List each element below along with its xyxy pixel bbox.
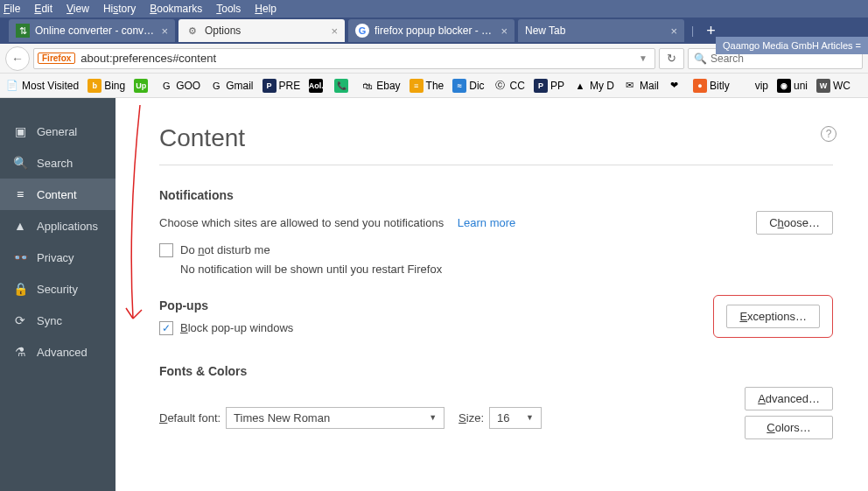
bookmark-label: Ebay [376, 80, 400, 92]
back-button[interactable]: ← [5, 46, 30, 71]
bookmark-item[interactable]: ▲My D [573, 79, 614, 93]
sidebar-item-applications[interactable]: ▲Applications [0, 210, 116, 242]
bookmark-label: Most Visited [22, 80, 79, 92]
url-dropdown-icon[interactable]: ▼ [635, 53, 651, 63]
sidebar-item-general[interactable]: ▣General [0, 116, 116, 147]
sidebar-item-search[interactable]: 🔍Search [0, 147, 116, 179]
bookmark-icon: G [159, 79, 173, 93]
bookmark-item[interactable]: ●Bitly [693, 79, 730, 93]
bookmark-icon: ◉ [777, 79, 791, 93]
bookmark-item[interactable]: GGmail [209, 79, 253, 93]
menu-view[interactable]: View [66, 3, 89, 15]
exceptions-button[interactable]: Exceptions… [726, 305, 820, 328]
sidebar-label: General [37, 125, 77, 138]
tab-close-icon[interactable]: × [161, 25, 168, 38]
sidebar-item-privacy[interactable]: 👓Privacy [0, 242, 116, 273]
sidebar-label: Advanced [37, 346, 88, 359]
default-font-select[interactable]: Times New Roman▼ [226, 407, 444, 429]
sidebar-label: Security [37, 283, 78, 296]
sidebar-label: Sync [37, 314, 62, 327]
menu-tools[interactable]: Tools [216, 3, 241, 15]
sidebar-label: Content [37, 188, 77, 201]
menu-bookmarks[interactable]: Bookmarks [150, 3, 202, 15]
size-label: Size: [458, 411, 484, 424]
bookmark-icon: ⓒ [494, 79, 508, 93]
bookmark-icon: Up [134, 79, 148, 93]
advanced-fonts-button[interactable]: Advanced… [745, 387, 833, 410]
sidebar-item-security[interactable]: 🔒Security [0, 273, 116, 305]
bookmark-item[interactable]: 📞 [334, 79, 351, 93]
block-popups-checkbox[interactable]: ✓ [159, 321, 173, 335]
tab-close-icon[interactable]: × [500, 25, 508, 38]
menu-history[interactable]: History [103, 3, 136, 15]
bookmark-icon: P [534, 79, 548, 93]
sidebar-icon: ≡ [12, 187, 28, 201]
bookmark-item[interactable]: vip [738, 79, 768, 93]
bookmark-label: Gmail [226, 80, 253, 92]
bookmark-icon [738, 79, 752, 93]
gear-icon: ⚙ [186, 24, 200, 38]
help-icon[interactable]: ? [821, 126, 836, 142]
sidebar-icon: 🔒 [12, 282, 28, 296]
menu-edit[interactable]: Edit [34, 3, 52, 15]
bookmark-item[interactable]: ◉uni [777, 79, 808, 93]
sidebar-icon: ▣ [12, 124, 28, 138]
bookmark-icon: ▲ [573, 79, 587, 93]
firefox-badge: Firefox [38, 53, 75, 64]
tab-options[interactable]: ⚙ Options × [178, 19, 345, 42]
bookmark-icon: ● [693, 79, 707, 93]
sidebar-item-content[interactable]: ≡Content [0, 179, 116, 210]
bookmark-item[interactable]: ⓒCC [494, 79, 525, 93]
tab-favicon: ⇅ [16, 24, 30, 38]
colors-button[interactable]: Colors… [745, 416, 833, 439]
sidebar-item-sync[interactable]: ⟳Sync [0, 305, 116, 336]
menu-file[interactable]: File [4, 3, 20, 15]
sidebar-item-advanced[interactable]: ⚗Advanced [0, 336, 116, 368]
reload-button[interactable]: ↻ [659, 48, 684, 69]
bookmark-icon: ≡ [410, 79, 424, 93]
bookmark-label: Dic [469, 80, 484, 92]
bookmark-item[interactable]: PPRE [262, 79, 301, 93]
bookmark-item[interactable]: Aol. [309, 79, 326, 93]
url-bar[interactable]: Firefox about:preferences#content ▼ [33, 48, 655, 69]
menu-help[interactable]: Help [255, 3, 276, 15]
bookmark-icon: ❤ [668, 79, 682, 93]
bookmark-item[interactable]: WWC [816, 79, 850, 93]
bookmark-item[interactable]: PPP [534, 79, 564, 93]
tab-google-search[interactable]: G firefox popup blocker - Goo… × [348, 19, 514, 42]
tab-close-icon[interactable]: × [670, 25, 677, 38]
bookmark-icon: b [88, 79, 102, 93]
learn-more-link[interactable]: Learn more [458, 216, 515, 229]
page-title: Content [159, 124, 833, 152]
bookmark-item[interactable]: ≈Dic [452, 79, 484, 93]
divider [159, 165, 833, 165]
notification-toast[interactable]: Qaamgo Media GmbH Articles = [716, 37, 868, 54]
dnd-label: Do not disturb me [180, 243, 270, 256]
bookmark-item[interactable]: bBing [88, 79, 125, 93]
notifications-desc: Choose which sites are allowed to send y… [159, 216, 515, 229]
tab-close-icon[interactable]: × [331, 25, 338, 38]
bookmark-item[interactable]: GGOO [159, 79, 200, 93]
font-size-select[interactable]: 16▼ [489, 407, 542, 429]
block-popups-label: Block pop-up windows [180, 321, 293, 334]
bookmark-item[interactable]: ✉Mail [623, 79, 659, 93]
bookmark-icon: G [209, 79, 223, 93]
bookmark-label: vip [755, 80, 768, 92]
google-icon: G [355, 24, 369, 38]
bookmark-item[interactable]: Up [134, 79, 150, 93]
bookmark-icon: P [262, 79, 276, 93]
tab-new-tab[interactable]: New Tab × [518, 19, 684, 42]
dnd-checkbox[interactable] [159, 243, 173, 257]
bookmark-label: Mail [640, 80, 659, 92]
sidebar-icon: ▲ [12, 219, 28, 233]
popups-heading: Pop-ups [159, 298, 293, 312]
bookmark-item[interactable]: 📄Most Visited [5, 79, 79, 93]
search-icon: 🔍 [694, 53, 707, 65]
bookmark-label: PRE [279, 80, 301, 92]
bookmark-item[interactable]: ❤ [668, 79, 684, 93]
tab-online-converter[interactable]: ⇅ Online converter - convert … × [9, 19, 175, 42]
bookmark-item[interactable]: ≡The [410, 79, 444, 93]
bookmark-icon: 📞 [334, 79, 348, 93]
bookmark-item[interactable]: 🛍Ebay [360, 79, 400, 93]
choose-button[interactable]: Choose… [756, 211, 833, 235]
